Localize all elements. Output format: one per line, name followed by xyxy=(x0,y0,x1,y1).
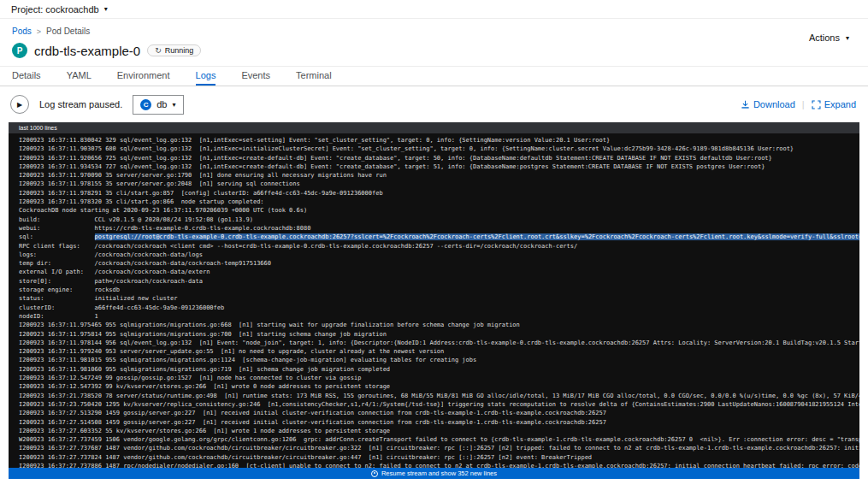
container-icon: C xyxy=(140,99,151,110)
tab-logs[interactable]: Logs xyxy=(196,67,216,86)
expand-icon xyxy=(812,100,821,109)
breadcrumb-current: Pod Details xyxy=(46,27,90,36)
log-line: CockroachDB node starting at 2020-09-23 … xyxy=(19,206,859,215)
play-circle-icon xyxy=(371,470,378,477)
container-select[interactable]: C db ▾ xyxy=(133,95,183,115)
download-link[interactable]: Download xyxy=(741,99,795,109)
chevron-down-icon: ▾ xyxy=(172,101,175,109)
log-toolbar: ▶ Log stream paused. C db ▾ Download | E… xyxy=(0,86,868,122)
log-line: logs: /cockroach/cockroach-data/logs xyxy=(19,251,859,259)
log-line: I200923 16:37:11.978291 35 cli/start.go:… xyxy=(19,189,859,198)
sync-icon: ↻ xyxy=(155,46,162,55)
pod-header: Pods > Pod Details P crdb-tls-example-0 … xyxy=(0,19,868,66)
breadcrumb-pods-link[interactable]: Pods xyxy=(12,27,32,36)
log-line: I200923 16:37:11.903075 680 sql/event_lo… xyxy=(19,145,859,153)
download-link-label: Download xyxy=(753,99,795,109)
log-line: I200923 16:37:11.978320 35 cli/start.go:… xyxy=(19,198,859,206)
log-line: store[0]: path=/cockroach/cockroach-data xyxy=(19,277,859,286)
actions-dropdown[interactable]: Actions ▾ xyxy=(809,32,849,43)
page-title: crdb-tls-example-0 xyxy=(34,44,140,58)
project-selector[interactable]: Project: cockroachdb ▾ xyxy=(11,4,108,15)
log-line: I200923 16:37:11.975814 955 sqlmigration… xyxy=(19,330,859,339)
log-line: external I/O path: /cockroach/cockroach-… xyxy=(19,268,859,276)
tab-terminal[interactable]: Terminal xyxy=(296,67,332,86)
status-badge-label: Running xyxy=(165,46,194,55)
log-line: webui: https://crdb-tls-example-0.crdb-t… xyxy=(19,224,859,233)
play-icon: ▶ xyxy=(17,101,22,109)
log-line: I200923 16:37:12.547392 99 kv/kvserver/s… xyxy=(19,382,859,391)
pod-tabs: Details YAML Environment Logs Events Ter… xyxy=(0,66,868,86)
log-line: W200923 16:37:27.737459 1506 vendor/goog… xyxy=(19,435,859,444)
log-line: I200923 16:37:27.737687 1487 vendor/gith… xyxy=(19,444,859,452)
log-line: I200923 16:37:11.975465 955 sqlmigration… xyxy=(19,321,859,329)
log-line: clusterID: a66ffe4d-cc63-45dc-9a9e-09123… xyxy=(19,304,859,312)
log-line: I200923 16:37:27.514508 1459 gossip/serv… xyxy=(19,418,859,427)
log-line: I200923 16:37:27.513290 1459 gossip/serv… xyxy=(19,409,859,417)
log-line: temp dir: /cockroach/cockroach-data/cock… xyxy=(19,259,859,268)
log-viewer: last 1000 lines I200923 16:37:11.830042 … xyxy=(9,122,859,479)
log-line: build: CCL v20.1.5 @ 2020/08/24 19:52:08… xyxy=(19,216,859,224)
tab-details[interactable]: Details xyxy=(12,67,41,86)
log-line: RPC client flags: /cockroach/cockroach <… xyxy=(19,242,859,251)
log-line: I200923 16:37:11.981015 955 sqlmigration… xyxy=(19,356,859,364)
actions-dropdown-label: Actions xyxy=(809,32,840,43)
log-line: I200923 16:37:11.920656 725 sql/event_lo… xyxy=(19,154,859,162)
log-line: I200923 16:37:27.737886 1487 rpc/nodedia… xyxy=(19,462,859,468)
log-line: I200923 16:37:11.830042 329 sql/event_lo… xyxy=(19,136,859,145)
chevron-down-icon: ▾ xyxy=(846,34,849,42)
log-line: I200923 16:37:11.979240 953 server/serve… xyxy=(19,347,859,356)
log-line: I200923 16:37:11.978144 956 sql/event_lo… xyxy=(19,339,859,347)
container-select-value: db xyxy=(156,99,167,109)
breadcrumb: Pods > Pod Details xyxy=(12,27,854,36)
stream-status-text: Log stream paused. xyxy=(39,99,122,109)
pod-resource-icon: P xyxy=(12,43,27,58)
project-selector-label: Project: cockroachdb xyxy=(11,4,99,15)
tab-environment[interactable]: Environment xyxy=(117,67,170,86)
expand-link-label: Expand xyxy=(824,99,856,109)
log-line: I200923 16:37:21.738520 78 server/status… xyxy=(19,392,859,400)
log-line: I200923 16:37:23.750420 1295 kv/kvserver… xyxy=(19,400,859,409)
resume-stream-banner[interactable]: Resume stream and show 352 new lines xyxy=(9,468,859,479)
log-line: I200923 16:37:27.737824 1487 vendor/gith… xyxy=(19,453,859,462)
log-line: nodeID: 1 xyxy=(19,312,859,321)
log-lines-count-header: last 1000 lines xyxy=(9,122,859,133)
log-line: I200923 16:37:11.981060 955 sqlmigration… xyxy=(19,365,859,374)
chevron-down-icon: ▾ xyxy=(104,5,108,13)
log-line: I200923 16:37:11.970090 35 server/server… xyxy=(19,171,859,180)
log-line-selected: sql: postgresql://root@crdb-tls-example-… xyxy=(19,233,859,241)
tab-events[interactable]: Events xyxy=(241,67,270,86)
log-line: I200923 16:37:27.603352 55 kv/kvserver/s… xyxy=(19,427,859,435)
log-lines[interactable]: I200923 16:37:11.830042 329 sql/event_lo… xyxy=(9,133,859,468)
breadcrumb-separator: > xyxy=(37,27,41,36)
log-line: I200923 16:37:12.547249 99 gossip/gossip… xyxy=(19,374,859,382)
download-icon xyxy=(741,100,750,109)
log-line: storage engine: rocksdb xyxy=(19,286,859,294)
log-line: I200923 16:37:11.934534 727 sql/event_lo… xyxy=(19,162,859,171)
log-line: status: initialized new cluster xyxy=(19,294,859,303)
project-bar: Project: cockroachdb ▾ xyxy=(0,0,868,19)
resume-stream-button[interactable]: ▶ xyxy=(10,95,29,114)
status-badge: ↻ Running xyxy=(147,44,201,56)
expand-link[interactable]: Expand xyxy=(812,99,856,109)
log-line: I200923 16:37:11.978155 35 server/server… xyxy=(19,180,859,188)
resume-stream-banner-label: Resume stream and show 352 new lines xyxy=(381,469,497,477)
toolbar-divider: | xyxy=(802,99,805,109)
tab-yaml[interactable]: YAML xyxy=(67,67,92,86)
